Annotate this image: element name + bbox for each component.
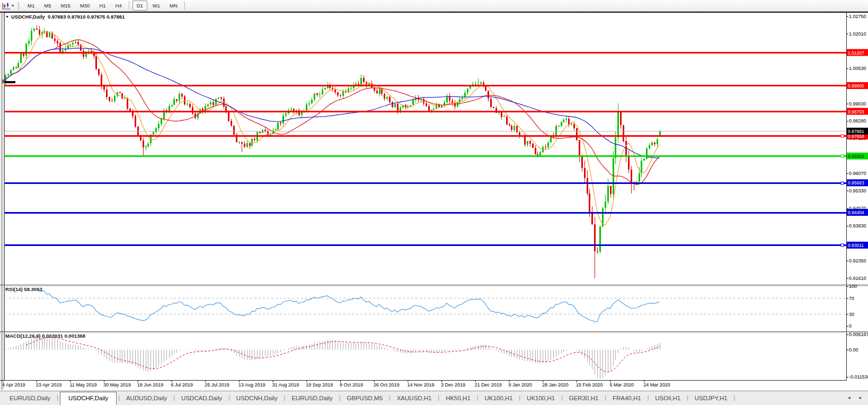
chart-type-dropdown-caret[interactable]: ▾ bbox=[12, 3, 14, 8]
tab-AUDUSD-Daily[interactable]: AUDUSD,Daily bbox=[120, 392, 173, 405]
tab-USOil-H1[interactable]: USOil,H1 bbox=[649, 392, 687, 405]
svg-text:0.94404: 0.94404 bbox=[848, 210, 864, 215]
date-label: 8 Oct 2019 bbox=[340, 382, 363, 388]
timeframe-buttons: M1M5M15M30H1H4D1W1MN bbox=[23, 1, 188, 11]
svg-text:0.93011: 0.93011 bbox=[848, 243, 864, 248]
svg-text:0.95663: 0.95663 bbox=[848, 180, 864, 186]
tab-USDCNH-Daily[interactable]: USDCNH,Daily bbox=[230, 392, 284, 405]
level-handle[interactable] bbox=[841, 135, 844, 137]
svg-text:0.97861: 0.97861 bbox=[848, 129, 864, 134]
chart-symbol-label: USDCHF,Daily bbox=[11, 14, 45, 20]
macd-tick-label: 0.00 bbox=[849, 347, 858, 353]
date-label: 4 Apr 2019 bbox=[2, 382, 25, 388]
tab-GER30-H1[interactable]: GER30,H1 bbox=[563, 392, 605, 405]
tab-USDJPY-H1[interactable]: USDJPY,H1 bbox=[688, 392, 734, 405]
price-tick-label: 1.02750 bbox=[849, 14, 866, 19]
date-label: 18 Jun 2019 bbox=[137, 382, 164, 388]
macd-tick-label: -0.011530 bbox=[849, 374, 868, 380]
level-handle[interactable] bbox=[841, 155, 844, 157]
rsi-tick-label: 70 bbox=[849, 296, 854, 301]
price-tick-label: 0.91610 bbox=[849, 276, 866, 281]
date-label: 13 Aug 2019 bbox=[238, 382, 265, 388]
date-label: 25 Jul 2019 bbox=[205, 382, 229, 388]
date-label: 30 May 2019 bbox=[103, 382, 131, 388]
date-label: 6 Jul 2019 bbox=[171, 382, 193, 388]
top-toolbar: ▾ M1M5M15M30H1H4D1W1MN bbox=[0, 0, 868, 12]
date-label: 28 Jan 2020 bbox=[542, 382, 569, 388]
date-label: 11 May 2019 bbox=[69, 382, 96, 388]
level-price-tag-0.98703: 0.98703 bbox=[847, 108, 868, 115]
tab-FRA40-H1[interactable]: FRA40,H1 bbox=[606, 392, 648, 405]
rsi-tick-label: 0 bbox=[849, 323, 852, 329]
chart-title: ▼USDCHF,Daily 0.97683 0.97910 0.97675 0.… bbox=[5, 14, 125, 20]
tab-EURUSD-Daily[interactable]: EURUSD,Daily bbox=[285, 392, 339, 405]
level-price-tag-0.93011: 0.93011 bbox=[847, 242, 868, 249]
tab-separator: | bbox=[57, 395, 58, 405]
tab-scroll-arrows: ◄ ► bbox=[847, 395, 863, 400]
rsi-indicator-label: RSI(14) 58.3063 bbox=[5, 286, 42, 292]
date-label: 31 Aug 2019 bbox=[272, 382, 299, 388]
price-tick-label: 0.95330 bbox=[849, 188, 866, 193]
date-label: 14 Nov 2019 bbox=[407, 382, 434, 388]
chart-canvas[interactable]: 1.027501.020101.005300.990300.982900.975… bbox=[0, 0, 868, 405]
tab-HK50-H1[interactable]: HK50,H1 bbox=[439, 392, 477, 405]
date-label: 26 Oct 2019 bbox=[374, 382, 400, 388]
chart-tabs-bar: EURUSD,Daily|USDCHF,Daily|AUDUSD,Daily|U… bbox=[0, 391, 868, 405]
current-price-tag: 0.97861 bbox=[847, 128, 868, 135]
timeframe-button-M30[interactable]: M30 bbox=[76, 1, 94, 11]
date-label: 9 Jan 2020 bbox=[509, 382, 533, 388]
level-price-tag-0.95663: 0.95663 bbox=[847, 179, 868, 186]
timeframe-button-M5[interactable]: M5 bbox=[40, 1, 55, 11]
timeframe-button-D1[interactable]: D1 bbox=[132, 1, 147, 11]
tab-UK100-H1[interactable]: UK100,H1 bbox=[478, 392, 519, 405]
chart-background bbox=[0, 12, 868, 390]
date-label: 23 Apr 2019 bbox=[36, 382, 62, 388]
tab-scroll-right-icon[interactable]: ► bbox=[858, 395, 863, 400]
svg-text:0.98703: 0.98703 bbox=[848, 109, 864, 115]
tab-USDCAD-Daily[interactable]: USDCAD,Daily bbox=[175, 392, 228, 405]
price-tick-label: 1.00530 bbox=[849, 66, 866, 71]
macd-indicator-label: MACD(12,26,9) 0.003031 0.001368 bbox=[5, 333, 85, 339]
tab-scroll-left-icon[interactable]: ◄ bbox=[847, 395, 851, 400]
level-price-tag-0.96803: 0.96803 bbox=[847, 153, 868, 160]
chart-type-icon[interactable] bbox=[2, 2, 11, 10]
level-handle[interactable] bbox=[841, 182, 844, 184]
price-tick-label: 0.92350 bbox=[849, 258, 866, 263]
price-tick-label: 1.02010 bbox=[849, 31, 866, 37]
toolbar-grip[interactable] bbox=[18, 2, 19, 10]
timeframe-button-M15[interactable]: M15 bbox=[56, 1, 74, 11]
chart-tabs: EURUSD,Daily|USDCHF,Daily|AUDUSD,Daily|U… bbox=[3, 391, 735, 405]
tab-USDCHF-Daily[interactable]: USDCHF,Daily bbox=[60, 392, 117, 405]
macd-tick-label: 0.006167 bbox=[849, 332, 868, 337]
chart-ohlc-values: 0.97683 0.97910 0.97675 0.97861 bbox=[48, 14, 125, 20]
price-tick-label: 0.96070 bbox=[849, 171, 866, 176]
rsi-tick-label: 100 bbox=[849, 284, 857, 289]
level-handle[interactable] bbox=[841, 244, 844, 246]
price-tick-label: 0.99030 bbox=[849, 101, 866, 107]
level-price-tag-0.99800: 0.99800 bbox=[847, 82, 868, 89]
timeframe-button-MN[interactable]: MN bbox=[165, 1, 182, 11]
svg-text:0.99800: 0.99800 bbox=[848, 83, 864, 89]
left-edge-marker bbox=[5, 81, 15, 83]
date-label: 15 Feb 2020 bbox=[576, 382, 603, 388]
tab-GBPUSD-M5[interactable]: GBPUSD,M5 bbox=[340, 392, 389, 405]
date-label: 5 Mar 2020 bbox=[610, 382, 634, 388]
tab-XAUUSD-H1[interactable]: XAUUSD,H1 bbox=[391, 392, 438, 405]
timeframe-button-H1[interactable]: H1 bbox=[95, 1, 110, 11]
date-label: 3 Dec 2019 bbox=[441, 382, 465, 388]
rsi-tick-label: 30 bbox=[849, 312, 854, 317]
timeframe-button-W1[interactable]: W1 bbox=[148, 1, 164, 11]
price-tick-label: 0.98290 bbox=[849, 118, 866, 124]
level-price-tag-0.94404: 0.94404 bbox=[847, 209, 868, 216]
tab-EURUSD-Daily[interactable]: EURUSD,Daily bbox=[3, 392, 57, 405]
date-label: 19 Sep 2019 bbox=[306, 382, 333, 388]
timeframe-button-H4[interactable]: H4 bbox=[111, 1, 126, 11]
date-label: 21 Dec 2019 bbox=[475, 382, 502, 388]
level-price-tag-1.01207: 1.01207 bbox=[847, 49, 868, 56]
date-label: 24 Mar 2020 bbox=[643, 382, 670, 388]
svg-text:0.96803: 0.96803 bbox=[848, 154, 864, 159]
timeframe-button-M1[interactable]: M1 bbox=[23, 1, 39, 11]
tab-separator: | bbox=[734, 395, 736, 405]
chart-dropdown-icon[interactable]: ▼ bbox=[5, 15, 9, 19]
tab-UK100-H1[interactable]: UK100,H1 bbox=[520, 392, 561, 405]
